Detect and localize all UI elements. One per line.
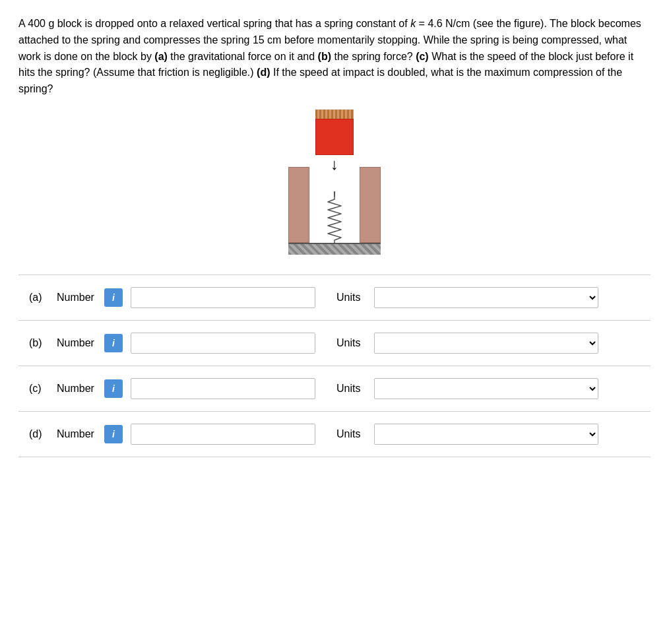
block-falling: ↓ xyxy=(315,110,354,172)
info-button-b[interactable]: i xyxy=(104,334,123,352)
answer-row-d: (d) Number i Units J N m m/s cm kg xyxy=(18,412,651,457)
wall-left xyxy=(288,167,309,243)
number-label-c: Number xyxy=(57,383,96,395)
block-texture xyxy=(315,110,354,119)
number-label-a: Number xyxy=(57,292,96,304)
units-label-b: Units xyxy=(336,337,366,349)
part-label-d: (d) xyxy=(29,428,49,440)
info-button-a[interactable]: i xyxy=(104,288,123,307)
spring-figure: ↓ xyxy=(282,110,387,255)
answers-section: (a) Number i Units J N m m/s cm kg (b) N… xyxy=(18,274,651,457)
spring-coils-svg xyxy=(325,197,344,243)
answer-row-b: (b) Number i Units J N m m/s cm kg xyxy=(18,321,651,366)
number-input-c[interactable] xyxy=(131,378,315,399)
spring-assembly xyxy=(288,167,381,255)
number-label-b: Number xyxy=(57,337,96,349)
figure-container: ↓ xyxy=(18,110,651,255)
walls-container xyxy=(288,167,381,243)
units-label-c: Units xyxy=(336,383,366,395)
units-select-a[interactable]: J N m m/s cm kg xyxy=(374,287,598,308)
units-label-a: Units xyxy=(336,292,366,304)
number-input-b[interactable] xyxy=(131,333,315,354)
number-input-d[interactable] xyxy=(131,424,315,445)
units-label-d: Units xyxy=(336,428,366,440)
page-container: A 400 g block is dropped onto a relaxed … xyxy=(0,0,669,473)
ground-base xyxy=(288,243,381,255)
info-button-c[interactable]: i xyxy=(104,379,123,398)
spring-center xyxy=(309,167,360,243)
units-select-d[interactable]: J N m m/s cm kg xyxy=(374,424,598,445)
number-input-a[interactable] xyxy=(131,287,315,308)
number-label-d: Number xyxy=(57,428,96,440)
part-label-b: (b) xyxy=(29,337,49,349)
spring-top-line xyxy=(334,191,335,197)
problem-text: A 400 g block is dropped onto a relaxed … xyxy=(18,16,651,98)
answer-row-c: (c) Number i Units J N m m/s cm kg xyxy=(18,366,651,412)
block-red xyxy=(315,119,354,155)
part-label-c: (c) xyxy=(29,383,49,395)
wall-right xyxy=(360,167,381,243)
part-label-a: (a) xyxy=(29,292,49,304)
units-select-b[interactable]: J N m m/s cm kg xyxy=(374,333,598,354)
units-select-c[interactable]: J N m m/s cm kg xyxy=(374,378,598,399)
info-button-d[interactable]: i xyxy=(104,425,123,443)
answer-row-a: (a) Number i Units J N m m/s cm kg xyxy=(18,275,651,321)
